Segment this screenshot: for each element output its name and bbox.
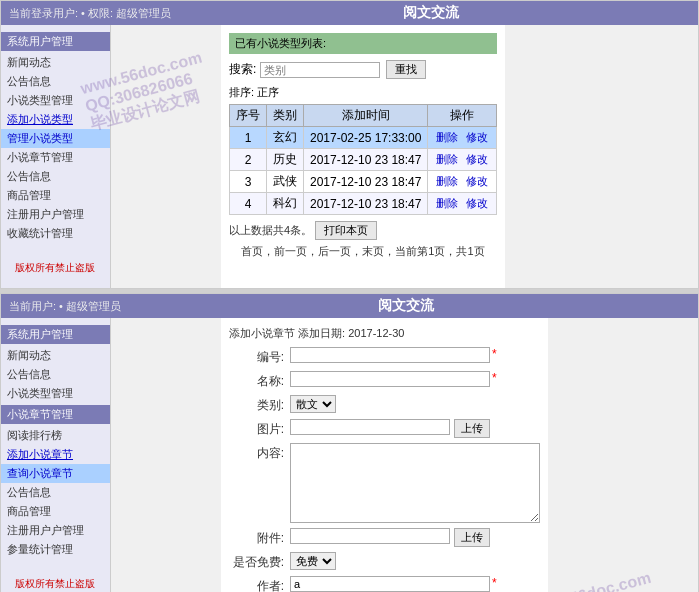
- delete-link-1[interactable]: 删除: [436, 131, 458, 143]
- sidebar2-item-announcement[interactable]: 公告信息: [1, 365, 110, 384]
- search-label: 搜索:: [229, 61, 256, 78]
- sidebar2-item-goods[interactable]: 商品管理: [1, 502, 110, 521]
- add-date-label: 添加小说章节 添加日期:: [229, 327, 348, 339]
- panel-category-management: 当前登录用户: • 权限: 超级管理员 阅文交流 www.56doc.com Q…: [0, 0, 699, 289]
- sidebar-item-novel-type1[interactable]: 小说类型管理: [1, 91, 110, 110]
- search-input[interactable]: [260, 62, 380, 78]
- sidebar-item-chapter-manage[interactable]: 小说章节管理: [1, 148, 110, 167]
- input-name[interactable]: [290, 371, 490, 387]
- sidebar-item-manage-type[interactable]: 管理小说类型: [1, 129, 110, 148]
- sidebar2-item-rank[interactable]: 阅读排行榜: [1, 426, 110, 445]
- sidebar-item-goods[interactable]: 商品管理: [1, 186, 110, 205]
- label-name: 名称:: [229, 371, 284, 390]
- row-ops: 删除 修改: [428, 171, 496, 193]
- panel2-nav-info: 当前用户: • 超级管理员: [9, 299, 121, 314]
- sidebar2-chapter-title: 小说章节管理: [1, 405, 110, 424]
- panel2-content: 添加小说章节 添加日期: 2017-12-30 编号: * 名称: *: [221, 318, 548, 592]
- panel1-title: 阅文交流: [171, 4, 690, 22]
- col-header-name: 类别: [267, 105, 304, 127]
- textarea-content[interactable]: [290, 443, 540, 523]
- label-author: 作者:: [229, 576, 284, 592]
- panel1-sidebar: 系统用户管理 新闻动态 公告信息 小说类型管理 添加小说类型 管理小说类型 小说…: [1, 25, 111, 288]
- sidebar2-item-query-chapter[interactable]: 查询小说章节: [1, 464, 110, 483]
- label-category: 类别:: [229, 395, 284, 414]
- row-time: 2017-12-10 23 18:47: [304, 149, 428, 171]
- input-author[interactable]: [290, 576, 490, 592]
- label-image: 图片:: [229, 419, 284, 438]
- row-name: 历史: [267, 149, 304, 171]
- copyright2: 版权所有禁止盗版: [7, 573, 104, 592]
- select-category[interactable]: 散文 玄幻 历史 武侠 科幻: [290, 395, 336, 413]
- sidebar2-item-news[interactable]: 新闻动态: [1, 346, 110, 365]
- row-id: 3: [230, 171, 267, 193]
- table-row: 3 武侠 2017-12-10 23 18:47 删除 修改: [230, 171, 497, 193]
- row-ops: 删除 修改: [428, 127, 496, 149]
- edit-link-2[interactable]: 修改: [466, 153, 488, 165]
- row-id: 1: [230, 127, 267, 149]
- label-number: 编号:: [229, 347, 284, 366]
- sidebar-group-title-users: 系统用户管理: [1, 32, 110, 51]
- add-date-value: 2017-12-30: [348, 327, 404, 339]
- sidebar2-item-novel-type[interactable]: 小说类型管理: [1, 384, 110, 403]
- sidebar-item-announcement1[interactable]: 公告信息: [1, 72, 110, 91]
- form-row-is-free: 是否免费: 免费 收费: [229, 552, 540, 571]
- form-row-attachment: 附件: 上传: [229, 528, 540, 547]
- copyright1: 版权所有禁止盗版: [7, 257, 104, 279]
- form-row-category: 类别: 散文 玄幻 历史 武侠 科幻: [229, 395, 540, 414]
- delete-link-3[interactable]: 删除: [436, 175, 458, 187]
- edit-link-3[interactable]: 修改: [466, 175, 488, 187]
- count-text: 以上数据共4条。 打印本页: [229, 221, 497, 240]
- sidebar2-item-announcement2[interactable]: 公告信息: [1, 483, 110, 502]
- table-row: 1 玄幻 2017-02-25 17:33:00 删除 修改: [230, 127, 497, 149]
- col-header-time: 添加时间: [304, 105, 428, 127]
- panel-add-chapter: 当前用户: • 超级管理员 阅文交流 www.56doc.com QQ:3068…: [0, 293, 699, 592]
- row-name: 武侠: [267, 171, 304, 193]
- label-content: 内容:: [229, 443, 284, 462]
- search-row: 搜索: 重找: [229, 60, 497, 79]
- sidebar2-group-title: 系统用户管理: [1, 325, 110, 344]
- edit-link-1[interactable]: 修改: [466, 131, 488, 143]
- select-is-free[interactable]: 免费 收费: [290, 552, 336, 570]
- sidebar-item-announcement2[interactable]: 公告信息: [1, 167, 110, 186]
- search-button[interactable]: 重找: [386, 60, 426, 79]
- upload-attachment-button[interactable]: 上传: [454, 528, 490, 547]
- sort-label: 排序: 正序: [229, 85, 497, 100]
- delete-link-4[interactable]: 删除: [436, 197, 458, 209]
- label-attachment: 附件:: [229, 528, 284, 547]
- row-id: 4: [230, 193, 267, 215]
- input-attachment-path[interactable]: [290, 528, 450, 544]
- green-bar1: 已有小说类型列表:: [229, 33, 497, 54]
- col-header-id: 序号: [230, 105, 267, 127]
- form-row-image: 图片: 上传: [229, 419, 540, 438]
- sidebar2-item-users[interactable]: 注册用户户管理: [1, 521, 110, 540]
- row-id: 2: [230, 149, 267, 171]
- category-table: 序号 类别 添加时间 操作 1 玄幻 2017-02-25 17:33:00: [229, 104, 497, 215]
- chapter-form: 编号: * 名称: * 类别: 散文 玄幻 历史: [229, 347, 540, 592]
- panel1-header: 当前登录用户: • 权限: 超级管理员 阅文交流: [1, 1, 698, 25]
- table-row: 2 历史 2017-12-10 23 18:47 删除 修改: [230, 149, 497, 171]
- row-time: 2017-02-25 17:33:00: [304, 127, 428, 149]
- col-header-ops: 操作: [428, 105, 496, 127]
- sidebar-item-users-manage[interactable]: 注册用户户管理: [1, 205, 110, 224]
- print-button[interactable]: 打印本页: [315, 221, 377, 240]
- panel1-nav-info: 当前登录用户: • 权限: 超级管理员: [9, 6, 171, 21]
- sidebar-item-favorites[interactable]: 收藏统计管理: [1, 224, 110, 243]
- upload-image-button[interactable]: 上传: [454, 419, 490, 438]
- table-row: 4 科幻 2017-12-10 23 18:47 删除 修改: [230, 193, 497, 215]
- delete-link-2[interactable]: 删除: [436, 153, 458, 165]
- form-row-number: 编号: *: [229, 347, 540, 366]
- row-name: 玄幻: [267, 127, 304, 149]
- panel2-title: 阅文交流: [121, 297, 690, 315]
- sidebar-item-add-type[interactable]: 添加小说类型: [1, 110, 110, 129]
- edit-link-4[interactable]: 修改: [466, 197, 488, 209]
- sidebar2-item-stats[interactable]: 参量统计管理: [1, 540, 110, 559]
- form-row-author: 作者: *: [229, 576, 540, 592]
- form-row-content: 内容:: [229, 443, 540, 523]
- sidebar-item-news1[interactable]: 新闻动态: [1, 53, 110, 72]
- sidebar2-item-add-chapter[interactable]: 添加小说章节: [1, 445, 110, 464]
- form-row-name: 名称: *: [229, 371, 540, 390]
- input-number[interactable]: [290, 347, 490, 363]
- input-image-path[interactable]: [290, 419, 450, 435]
- add-date-row: 添加小说章节 添加日期: 2017-12-30: [229, 326, 540, 341]
- panel2-sidebar: 系统用户管理 新闻动态 公告信息 小说类型管理 小说章节管理 阅读排行榜 添加小…: [1, 318, 111, 592]
